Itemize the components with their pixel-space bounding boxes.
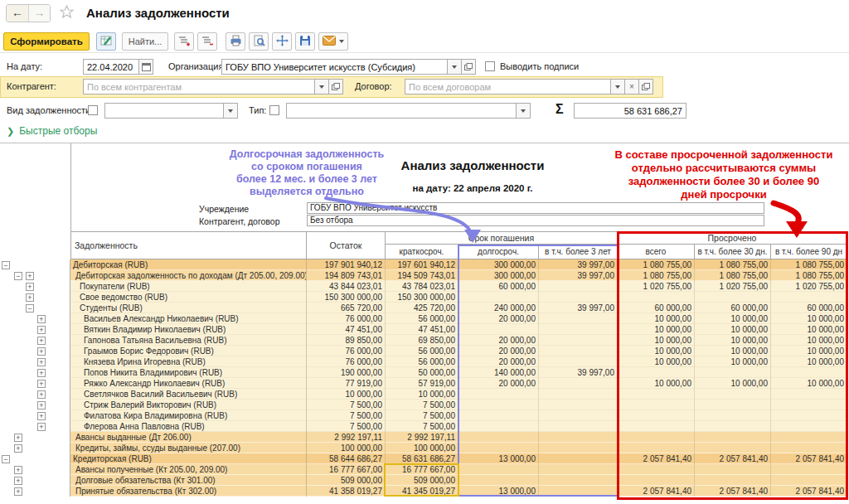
debt-name-cell[interactable]: Попов Никита Владимирович (RUB) (70, 367, 307, 378)
value-cell[interactable] (458, 421, 539, 432)
contragent-contract-value[interactable]: Без отбора (307, 215, 764, 226)
debt-type-checkbox[interactable] (88, 105, 98, 115)
value-cell[interactable]: 509 000,00 (386, 475, 458, 486)
value-cell[interactable] (618, 410, 695, 421)
value-cell[interactable]: 56 000,00 (386, 346, 458, 356)
column-group-overdue[interactable]: Просрочено (618, 232, 847, 245)
value-cell[interactable] (539, 324, 618, 335)
collapse-node-icon[interactable]: − (2, 261, 10, 269)
value-cell[interactable] (539, 335, 618, 346)
value-cell[interactable]: 41 358 019,27 (307, 486, 386, 497)
table-row[interactable]: +Долговые обязательства (Кт 301.00)509 0… (0, 475, 847, 486)
value-cell[interactable] (539, 486, 618, 497)
debt-name-cell[interactable]: Свое ведомство (RUB) (70, 292, 307, 303)
value-cell[interactable]: 10 000,00 (618, 378, 695, 389)
value-cell[interactable]: 77 919,00 (307, 378, 386, 389)
expand-node-icon[interactable]: + (37, 358, 46, 366)
debt-type-input[interactable] (104, 103, 224, 119)
value-cell[interactable] (695, 421, 771, 432)
value-cell[interactable]: 7 500,00 (307, 410, 386, 421)
expand-node-icon[interactable]: + (26, 283, 34, 291)
send-email-button[interactable] (318, 32, 348, 51)
value-cell[interactable]: 13 000,00 (458, 453, 539, 464)
value-cell[interactable]: 7 500,00 (386, 410, 458, 421)
value-cell[interactable] (618, 421, 695, 432)
save-button[interactable] (295, 32, 315, 51)
value-cell[interactable]: 2 992 197,11 (307, 432, 386, 443)
value-cell[interactable]: 1 080 755,00 (771, 259, 847, 270)
value-cell[interactable]: 300 000,00 (458, 259, 539, 270)
quick-filters-toggle[interactable]: ❯Быстрые отборы (7, 125, 97, 137)
debt-name-cell[interactable]: Студенты (RUB) (70, 303, 307, 313)
back-button[interactable]: ← (7, 5, 28, 22)
value-cell[interactable]: 194 509 743,01 (386, 270, 458, 281)
value-cell[interactable]: 10 000,00 (771, 356, 847, 367)
value-cell[interactable]: 10 000,00 (771, 324, 847, 335)
table-row[interactable]: +Васильев Александр Николаевич (RUB)76 0… (0, 313, 847, 324)
contract-open-button[interactable] (638, 79, 653, 94)
column-header-vsego[interactable]: всего (618, 245, 695, 259)
value-cell[interactable] (539, 421, 618, 432)
value-cell[interactable]: 10 000,00 (771, 346, 847, 356)
expand-node-icon[interactable]: + (37, 401, 46, 410)
table-row[interactable]: −Дебиторская (RUB)197 901 940,12197 601 … (0, 259, 847, 270)
expand-node-icon[interactable]: + (14, 466, 22, 474)
value-cell[interactable]: 10 000,00 (307, 389, 386, 400)
value-cell[interactable]: 10 000,00 (695, 378, 771, 389)
debt-name-cell[interactable]: Князева Ирина Игоревна (RUB) (70, 356, 307, 367)
value-cell[interactable] (458, 464, 539, 475)
value-cell[interactable]: 425 720,00 (386, 303, 458, 313)
expand-node-icon[interactable]: + (37, 315, 46, 323)
expand-node-icon[interactable]: + (26, 293, 34, 302)
debt-name-cell[interactable]: Гапонова Татьяна Васильевна (RUB) (70, 335, 307, 346)
type-checkbox[interactable] (269, 105, 279, 115)
collapse-node-icon[interactable]: − (14, 272, 22, 280)
value-cell[interactable]: 58 631 686,27 (386, 453, 458, 464)
favorite-star-icon[interactable] (60, 5, 74, 22)
value-cell[interactable] (539, 346, 618, 356)
value-cell[interactable] (695, 475, 771, 486)
value-cell[interactable]: 58 644 686,27 (307, 453, 386, 464)
value-cell[interactable]: 2 057 841,40 (695, 486, 771, 497)
table-row[interactable]: −Кредиторская (RUB)58 644 686,2758 631 6… (0, 453, 847, 464)
value-cell[interactable]: 10 000,00 (771, 335, 847, 346)
value-cell[interactable]: 240 000,00 (458, 303, 539, 313)
table-row[interactable]: +Кредиты, займы, ссуды выданные (207.00)… (0, 443, 847, 453)
value-cell[interactable] (771, 421, 847, 432)
expand-node-icon[interactable]: + (14, 444, 22, 453)
value-cell[interactable] (539, 389, 618, 400)
value-cell[interactable]: 2 057 841,40 (618, 453, 695, 464)
expand-node-icon[interactable]: + (14, 434, 22, 442)
value-cell[interactable]: 1 080 755,00 (618, 270, 695, 281)
value-cell[interactable] (458, 443, 539, 453)
table-row[interactable]: +Попов Никита Владимирович (RUB)190 000,… (0, 367, 847, 378)
value-cell[interactable] (618, 475, 695, 486)
type-dropdown-button[interactable] (516, 103, 531, 119)
value-cell[interactable] (539, 356, 618, 367)
collapse-groups-button[interactable] (197, 32, 217, 51)
table-row[interactable]: +Стриж Валерий Викторович (RUB)7 500,007… (0, 400, 847, 410)
signatures-checkbox[interactable] (485, 61, 495, 71)
value-cell[interactable] (618, 464, 695, 475)
value-cell[interactable]: 56 000,00 (386, 356, 458, 367)
value-cell[interactable] (539, 453, 618, 464)
institution-value[interactable]: ГОБУ ВПО Университет искусств (307, 202, 764, 214)
value-cell[interactable] (695, 367, 771, 378)
value-cell[interactable] (539, 292, 618, 303)
debt-name-cell[interactable]: Принятые обязательства (Кт 302.00) (70, 486, 307, 497)
value-cell[interactable]: 10 000,00 (695, 356, 771, 367)
value-cell[interactable] (458, 432, 539, 443)
value-cell[interactable]: 2 057 841,40 (771, 486, 847, 497)
value-cell[interactable] (458, 292, 539, 303)
expand-node-icon[interactable]: + (14, 487, 22, 496)
value-cell[interactable] (618, 432, 695, 443)
value-cell[interactable]: 1 080 755,00 (695, 270, 771, 281)
value-cell[interactable]: 47 451,00 (307, 324, 386, 335)
table-row[interactable]: +Филатова Кира Владимировна (RUB)7 500,0… (0, 410, 847, 421)
contragent-open-button[interactable] (328, 79, 343, 94)
value-cell[interactable] (618, 367, 695, 378)
value-cell[interactable] (618, 443, 695, 453)
value-cell[interactable] (771, 464, 847, 475)
value-cell[interactable]: 2 057 841,40 (618, 486, 695, 497)
value-cell[interactable]: 76 000,00 (307, 313, 386, 324)
